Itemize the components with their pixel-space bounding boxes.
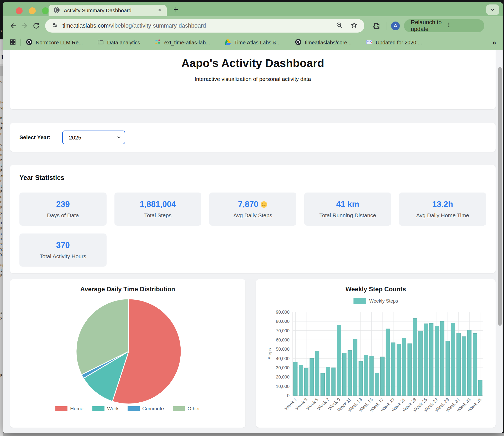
bar-chart: Weekly Steps010,00020,00030,00040,00050,… [256,295,496,426]
stat-value: 1,881,004 [140,200,176,209]
year-select-card: Select Year: 2025 [10,123,496,152]
bar-week-13[interactable] [359,361,363,396]
bar-week-9[interactable] [337,325,341,396]
stats-grid: 239Days of Data1,881,004Total Steps7,870… [19,193,486,267]
y-axis-tick-label: 80,000 [276,319,290,324]
bar-week-10[interactable] [342,353,346,396]
address-bar[interactable]: timeatlaslabs.com/vibeblog/activity-summ… [45,19,364,33]
tab-strip: Activity Summary Dashboard [3,2,503,16]
bar-legend-swatch[interactable] [354,298,366,304]
pie-chart [10,295,245,405]
stat-label: Total Running Distance [319,212,376,219]
bar-week-19[interactable] [391,343,395,396]
bookmark-item[interactable]: timeatlaslabs/core... [295,39,351,46]
bar-week-35[interactable] [478,380,482,396]
pie-legend-item[interactable]: Commute [128,406,164,412]
tab-close-icon[interactable] [157,8,162,13]
bar-week-20[interactable] [397,344,401,396]
bar-week-14[interactable] [364,355,368,396]
year-select[interactable]: 2025 [62,131,125,144]
extensions-icon[interactable] [371,20,382,32]
y-axis-tick-label: 10,000 [276,384,290,389]
y-axis-tick-label: 30,000 [276,365,290,370]
bar-week-6[interactable] [321,373,324,396]
tab-search-button[interactable] [486,4,499,15]
bar-week-21[interactable] [402,338,406,396]
pie-legend-item[interactable]: Work [92,406,119,412]
browser-menu-kebab-icon[interactable] [446,22,481,30]
bar-week-34[interactable] [473,333,477,396]
bar-chart-card: Weekly Step Counts Weekly Steps010,00020… [256,279,496,428]
profile-avatar[interactable]: A [391,22,400,30]
background-back-chevron: ‹ [0,27,2,34]
y-axis-tick-label: 20,000 [276,375,290,380]
bar-week-31[interactable] [456,333,460,396]
bar-week-29[interactable] [446,341,450,396]
reload-button[interactable] [30,20,42,32]
bar-week-30[interactable] [451,323,455,396]
relaunch-to-update-button[interactable]: Relaunch to update [404,19,484,32]
bar-week-32[interactable] [462,337,466,396]
bookmark-star-icon[interactable] [351,22,358,30]
slack-icon [154,39,161,46]
bar-week-23[interactable] [413,319,417,396]
bar-week-27[interactable] [435,326,439,396]
apps-grid-icon[interactable] [9,39,16,46]
zoom-out-icon[interactable] [336,22,343,30]
bookmark-item[interactable]: Normcore LLM Re... [26,39,83,46]
bar-week-2[interactable] [299,365,303,396]
stat-value: 7,870 [238,200,268,209]
bar-week-28[interactable] [440,321,444,396]
bar-week-25[interactable] [424,324,428,396]
github-icon [26,39,33,46]
bookmark-label: Time Atlas Labs &... [234,40,281,46]
y-axis-tick-label: 70,000 [276,328,290,333]
y-axis-tick-label: 40,000 [276,356,290,361]
background-bottom-strip [3,433,504,436]
bar-week-11[interactable] [348,351,352,396]
bar-week-1[interactable] [293,362,297,396]
bar-week-15[interactable] [370,356,374,396]
pie-legend-item[interactable]: Home [55,406,83,412]
page-content: Aapo's Activity Dashboard Interactive vi… [3,50,503,433]
bookmarks-overflow-chevron[interactable]: » [492,39,496,47]
bookmark-label: Normcore LLM Re... [36,40,83,46]
bar-week-33[interactable] [468,330,471,396]
url-text[interactable]: timeatlaslabs.com/vibeblog/activity-summ… [62,22,206,29]
bar-week-22[interactable] [408,344,412,396]
site-settings-icon[interactable] [52,22,58,29]
bar-week-4[interactable] [310,359,314,396]
minimize-window-button[interactable] [29,7,36,14]
year-statistics-heading: Year Statistics [19,174,486,181]
bookmark-item[interactable]: Time Atlas Labs &... [224,39,281,46]
zoom-window-button[interactable] [42,7,49,14]
forward-button[interactable] [19,20,30,32]
bar-week-26[interactable] [429,323,433,396]
bar-week-24[interactable] [418,331,422,396]
bar-week-17[interactable] [380,357,384,396]
stat-card: 13.2hAvg Daily Home Time [399,193,486,226]
bar-week-12[interactable] [353,339,357,396]
slightly-smiling-face-emoji [260,201,267,208]
stat-label: Days of Data [47,212,79,219]
bookmark-item[interactable]: ext_time-atlas-lab... [154,39,210,46]
bar-week-3[interactable] [304,368,308,396]
bar-week-18[interactable] [386,329,390,396]
back-button[interactable] [7,20,19,32]
tab-activity-summary-dashboard[interactable]: Activity Summary Dashboard [49,5,167,16]
close-window-button[interactable] [16,7,23,14]
bar-week-16[interactable] [375,373,379,396]
page-scrollbar-thumb[interactable] [498,67,502,326]
bar-week-8[interactable] [332,368,335,396]
bookmark-item[interactable]: Updated for 2020:... [366,39,422,46]
stat-label: Total Activity Hours [40,253,86,259]
pie-chart-card: Average Daily Time Distribution HomeWork… [10,279,245,428]
bar-week-5[interactable] [315,351,319,396]
stat-card: 1,881,004Total Steps [114,193,202,226]
y-axis-tick-label: 60,000 [276,338,290,342]
bar-week-7[interactable] [326,367,330,396]
pie-legend-item[interactable]: Other [173,406,200,412]
new-tab-button[interactable] [173,6,179,14]
page-subtitle: Interactive visualization of personal ac… [10,76,496,82]
bookmark-item[interactable]: Data analytics [97,39,140,46]
